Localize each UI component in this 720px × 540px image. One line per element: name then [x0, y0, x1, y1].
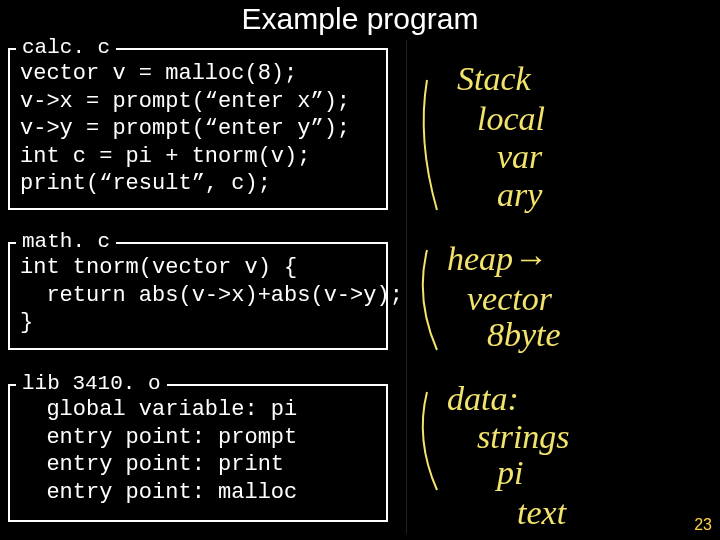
page-title: Example program [0, 2, 720, 36]
hand-line-7: 8byte [487, 316, 561, 353]
brace-data [423, 392, 437, 490]
slide: Example program calc. c vector v = mallo… [0, 0, 720, 540]
brace-heap [423, 250, 437, 350]
handwriting-svg: Stack local var ary heap→ vector 8byte d… [407, 40, 715, 534]
handwriting-area: Stack local var ary heap→ vector 8byte d… [406, 40, 715, 534]
hand-line-4: ary [497, 176, 543, 213]
hand-line-11: text [517, 494, 568, 531]
hand-line-2: local [477, 100, 545, 137]
code-box-calc: calc. c vector v = malloc(8); v->x = pro… [8, 48, 388, 210]
hand-line-5: heap→ [447, 240, 547, 277]
hand-line-10: pi [495, 454, 523, 491]
hand-line-1: Stack [457, 60, 532, 97]
code-box-calc-code: vector v = malloc(8); v->x = prompt(“ent… [10, 50, 386, 206]
code-box-math: math. c int tnorm(vector v) { return abs… [8, 242, 388, 350]
code-box-calc-label: calc. c [16, 36, 116, 59]
hand-line-6: vector [467, 280, 553, 317]
code-box-lib-code: global variable: pi entry point: prompt … [10, 386, 386, 514]
brace-stack [424, 80, 437, 210]
hand-line-8: data: [447, 380, 519, 417]
hand-line-9: strings [477, 418, 570, 455]
code-box-lib-label: lib 3410. o [16, 372, 167, 395]
code-box-math-label: math. c [16, 230, 116, 253]
code-box-lib: lib 3410. o global variable: pi entry po… [8, 384, 388, 522]
page-number: 23 [694, 516, 712, 534]
code-box-math-code: int tnorm(vector v) { return abs(v->x)+a… [10, 244, 386, 345]
hand-line-3: var [497, 138, 543, 175]
